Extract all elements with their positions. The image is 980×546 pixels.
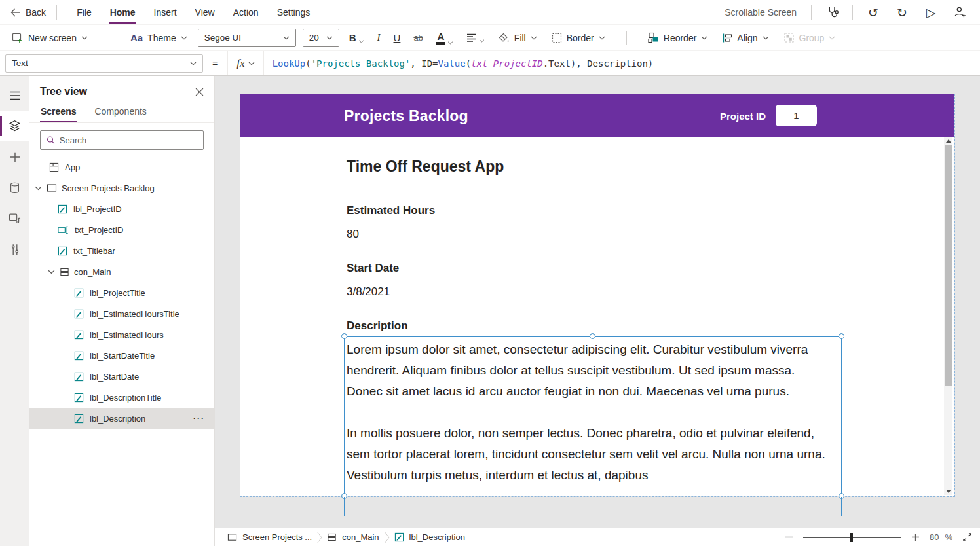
- screen-type-label: Scrollable Screen: [725, 7, 797, 18]
- app-titlebar[interactable]: Projects Backlog Project ID 1: [240, 94, 954, 137]
- tree-item-control[interactable]: txt_Titlebar: [29, 240, 214, 261]
- menu-item-insert[interactable]: Insert: [153, 1, 178, 24]
- bold-button[interactable]: B: [346, 30, 368, 45]
- fit-to-window-icon[interactable]: [962, 532, 972, 542]
- tree-search-box[interactable]: [40, 130, 204, 150]
- tree-item-control[interactable]: lbl_StartDate: [29, 366, 214, 387]
- selection-box[interactable]: [344, 336, 842, 496]
- align-left-icon: [466, 33, 477, 43]
- label-icon: [74, 393, 84, 403]
- paint-bucket-icon: [499, 33, 510, 43]
- app-scrollbar[interactable]: [944, 137, 952, 495]
- menu-item-file[interactable]: File: [76, 1, 92, 24]
- project-id-input[interactable]: 1: [776, 105, 817, 126]
- menu-item-settings[interactable]: Settings: [276, 1, 311, 24]
- border-button[interactable]: Border: [548, 30, 609, 46]
- scrollbar-thumb[interactable]: [945, 145, 952, 386]
- tab-components[interactable]: Components: [94, 103, 147, 122]
- tree-item-control[interactable]: lbl_EstimatedHours: [29, 324, 214, 345]
- breadcrumb-screen[interactable]: Screen Projects ...: [223, 532, 316, 542]
- menu-item-action[interactable]: Action: [233, 1, 259, 24]
- scroll-down-arrow-icon[interactable]: [946, 490, 951, 493]
- zoom-slider[interactable]: [803, 537, 901, 538]
- font-color-button[interactable]: A: [433, 29, 457, 46]
- app-checker-button[interactable]: [822, 3, 842, 22]
- start-date-value[interactable]: 3/8/2021: [347, 285, 390, 299]
- tree-item-app[interactable]: App: [29, 156, 214, 177]
- label-icon: [58, 246, 67, 256]
- underline-button[interactable]: U: [390, 30, 404, 45]
- tree-item-screen[interactable]: Screen Projects Backlog: [29, 177, 214, 198]
- fx-button[interactable]: fx: [227, 51, 263, 75]
- close-icon[interactable]: [195, 88, 204, 96]
- align-button[interactable]: Align: [718, 30, 772, 46]
- font-size-select[interactable]: 20: [303, 29, 339, 47]
- tree-item-control[interactable]: lbl_ProjectID: [29, 198, 214, 219]
- database-icon: [9, 182, 20, 194]
- start-date-label[interactable]: Start Date: [347, 262, 399, 275]
- strikethrough-button[interactable]: ab: [410, 31, 426, 45]
- menu-item-home[interactable]: Home: [109, 1, 136, 24]
- divider: [109, 31, 109, 45]
- canvas-area: Projects Backlog Project ID 1 Time Off R…: [215, 76, 980, 528]
- rail-item-data[interactable]: [0, 172, 29, 203]
- search-input[interactable]: [60, 136, 197, 145]
- tree-item-container[interactable]: con_Main: [29, 261, 214, 282]
- formula-input[interactable]: LookUp('Projects Backlog', ID=Value(txt_…: [273, 58, 654, 69]
- tab-screens[interactable]: Screens: [40, 103, 77, 122]
- resize-handle[interactable]: [839, 333, 844, 339]
- scroll-up-arrow-icon[interactable]: [946, 139, 951, 143]
- border-label: Border: [567, 33, 594, 43]
- tree-item-control[interactable]: lbl_ProjectTitle: [29, 282, 214, 303]
- breadcrumb-container[interactable]: con_Main: [322, 532, 383, 542]
- undo-button[interactable]: ↺: [863, 3, 883, 22]
- breadcrumb-control[interactable]: lbl_Description: [390, 532, 470, 542]
- breadcrumb-label: Screen Projects ...: [242, 532, 312, 542]
- theme-button[interactable]: Aa Theme: [126, 29, 191, 46]
- rail-item-insert[interactable]: [0, 141, 29, 172]
- zoom-slider-handle[interactable]: [850, 533, 853, 542]
- text-align-button[interactable]: [463, 31, 488, 45]
- rail-item-tree-view[interactable]: [0, 111, 29, 141]
- back-label: Back: [26, 7, 46, 18]
- rail-item-media[interactable]: [0, 203, 29, 234]
- italic-button[interactable]: I: [374, 30, 384, 45]
- tree-item-control[interactable]: lbl_DescriptionTitle: [29, 387, 214, 408]
- rail-item-advanced-tools[interactable]: [0, 234, 29, 264]
- group-button[interactable]: Group: [780, 29, 840, 46]
- tree-item-label: lbl_StartDate: [90, 372, 139, 382]
- tree-item-control[interactable]: lbl_EstimatedHoursTitle: [29, 303, 214, 324]
- tree-item-control[interactable]: txt_ProjectID: [29, 219, 214, 240]
- chevron-down-icon: [829, 36, 835, 40]
- font-family-select[interactable]: Segoe UI: [198, 29, 296, 47]
- fill-button[interactable]: Fill: [495, 30, 541, 46]
- redo-button[interactable]: ↻: [892, 3, 912, 22]
- app-title[interactable]: Projects Backlog: [344, 107, 468, 124]
- tree-tabs: Screens Components: [29, 103, 214, 123]
- menu-item-view[interactable]: View: [195, 1, 216, 24]
- chevron-down-icon[interactable]: [35, 186, 42, 191]
- tree-item-control[interactable]: lbl_StartDateTitle: [29, 345, 214, 366]
- reorder-label: Reorder: [664, 33, 697, 43]
- back-button[interactable]: Back: [10, 7, 46, 18]
- chevron-down-icon: [447, 41, 453, 45]
- item-options-button[interactable]: ···: [193, 414, 205, 423]
- zoom-in-button[interactable]: [911, 533, 920, 541]
- project-id-label[interactable]: Project ID: [720, 110, 766, 121]
- estimated-hours-value[interactable]: 80: [347, 228, 359, 241]
- label-icon: [394, 532, 404, 542]
- collapse-menu-button[interactable]: [0, 80, 29, 111]
- new-screen-button[interactable]: New screen: [8, 30, 92, 46]
- resize-handle[interactable]: [590, 333, 595, 339]
- app-page-title[interactable]: Time Off Request App: [347, 158, 504, 175]
- estimated-hours-label[interactable]: Estimated Hours: [347, 204, 435, 217]
- resize-handle[interactable]: [341, 333, 347, 339]
- tree-item-control-selected[interactable]: lbl_Description ···: [29, 408, 214, 429]
- property-select[interactable]: Text: [5, 54, 203, 73]
- description-label[interactable]: Description: [347, 319, 408, 333]
- chevron-down-icon[interactable]: [48, 270, 55, 274]
- zoom-out-button[interactable]: [785, 533, 793, 541]
- share-app-button[interactable]: [950, 3, 970, 22]
- preview-app-button[interactable]: ▷: [921, 3, 941, 22]
- reorder-button[interactable]: Reorder: [644, 29, 712, 46]
